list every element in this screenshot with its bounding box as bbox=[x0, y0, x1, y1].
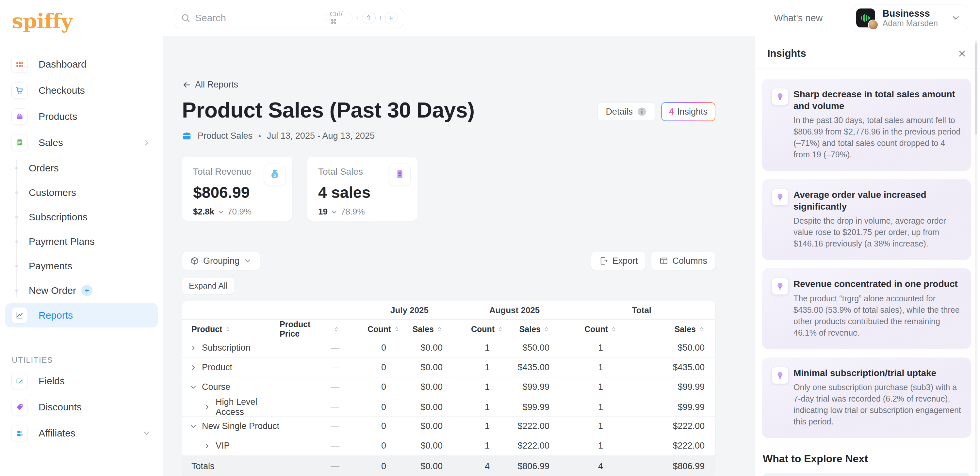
totals-jul-sales: $0.00 bbox=[409, 456, 461, 476]
sidebar-item-payment-plans[interactable]: Payment Plans bbox=[16, 229, 163, 254]
bullet-dot bbox=[15, 191, 18, 194]
grouping-box-icon bbox=[190, 256, 199, 265]
sidebar-item-affiliates[interactable]: Affiliates bbox=[0, 420, 163, 446]
whats-new-link[interactable]: What's new bbox=[774, 13, 822, 24]
totals-total-sales: $806.99 bbox=[633, 456, 715, 476]
sidebar-item-discounts[interactable]: Discounts bbox=[0, 394, 163, 420]
insights-count: 4 bbox=[669, 107, 674, 117]
totals-total-count: 4 bbox=[568, 456, 633, 476]
insight-cards: Sharp decrease in total sales amount and… bbox=[755, 69, 980, 438]
insights-toggle-button[interactable]: 4 Insights bbox=[661, 102, 715, 121]
insight-card: Average order value increased significan… bbox=[762, 179, 971, 260]
sidebar-item-fields[interactable]: Fields bbox=[0, 368, 163, 394]
chevron-right-icon[interactable] bbox=[203, 403, 211, 411]
sidebar-item-reports[interactable]: Reports bbox=[5, 303, 158, 327]
field-pencil-icon bbox=[12, 373, 27, 389]
user-avatar bbox=[868, 20, 878, 30]
column-header-aug-count[interactable]: Count bbox=[461, 320, 513, 338]
sidebar-item-dashboard[interactable]: Dashboard bbox=[0, 51, 163, 78]
row-jul-sales: $0.00 bbox=[409, 436, 461, 455]
table-column-header-row: Product Product Price Count Sales Count … bbox=[182, 320, 715, 338]
grouping-button[interactable]: Grouping bbox=[182, 252, 260, 270]
sidebar-item-subscriptions[interactable]: Subscriptions bbox=[16, 205, 163, 229]
sidebar-item-label: Payment Plans bbox=[29, 236, 95, 247]
sidebar-item-label: Customers bbox=[29, 187, 76, 198]
table-row[interactable]: Course — 0 $0.00 1 $99.99 1 $99.99 bbox=[182, 378, 715, 397]
row-name-cell: Course bbox=[182, 378, 280, 397]
expand-all-button[interactable]: Expand All bbox=[182, 277, 234, 294]
toolbar-right: Export Columns bbox=[591, 252, 715, 270]
column-header-total-count[interactable]: Count bbox=[568, 320, 633, 338]
table-row[interactable]: VIP — 0 $0.00 1 $222.00 1 $222.00 bbox=[182, 436, 715, 456]
scrollbar-thumb[interactable] bbox=[975, 43, 977, 135]
sidebar-item-checkouts[interactable]: Checkouts bbox=[0, 78, 163, 103]
sidebar-item-customers[interactable]: Customers bbox=[16, 180, 163, 205]
chevron-down-icon[interactable] bbox=[189, 422, 197, 430]
column-header-jul-sales[interactable]: Sales bbox=[409, 320, 461, 338]
columns-button[interactable]: Columns bbox=[651, 252, 715, 270]
row-name: Course bbox=[202, 382, 230, 392]
insight-card: Revenue concentrated in one product The … bbox=[762, 268, 971, 349]
column-header-product-price[interactable]: Product Price bbox=[280, 320, 358, 338]
sort-icon bbox=[611, 326, 617, 332]
sales-table: July 2025 August 2025 Total Product Prod… bbox=[182, 301, 715, 476]
row-total-sales: $222.00 bbox=[633, 436, 715, 455]
table-row[interactable]: High Level Access — 0 $0.00 1 $99.99 1 $… bbox=[182, 397, 715, 417]
chevron-right-icon[interactable] bbox=[189, 364, 197, 371]
sidebar-item-payments[interactable]: Payments bbox=[16, 254, 163, 278]
sidebar-item-new-order[interactable]: New Order bbox=[16, 278, 163, 303]
utilities-heading: UTILITIES bbox=[12, 355, 163, 365]
table-totals-row: Totals — 0 $0.00 4 $806.99 4 $806.99 bbox=[182, 456, 715, 476]
trend-down-icon bbox=[331, 208, 338, 216]
sidebar-item-products[interactable]: Products bbox=[0, 103, 163, 130]
chevron-right-icon[interactable] bbox=[189, 344, 197, 352]
sort-icon bbox=[225, 326, 231, 332]
columns-button-label: Columns bbox=[672, 256, 707, 266]
insight-card-text: Minimal subscription/trial uptake Only o… bbox=[794, 367, 962, 428]
sidebar-item-label: New Order bbox=[29, 285, 76, 296]
table-row[interactable]: Product — 0 $0.00 1 $435.00 1 $435.00 bbox=[182, 358, 715, 378]
row-total-count: 1 bbox=[568, 397, 633, 417]
sidebar: spiffy Dashboard Checkouts Products bbox=[0, 0, 163, 476]
sidebar-item-label: Discounts bbox=[38, 401, 82, 413]
account-menu[interactable]: Businesss Adam Marsden bbox=[852, 5, 968, 31]
search-input[interactable] bbox=[195, 13, 321, 24]
row-jul-sales: $0.00 bbox=[409, 417, 461, 436]
sidebar-item-orders[interactable]: Orders bbox=[16, 156, 163, 180]
column-header-label: Count bbox=[368, 325, 391, 334]
chevron-right-icon[interactable] bbox=[203, 442, 211, 450]
sidebar-item-sales[interactable]: Sales bbox=[0, 130, 163, 156]
sidebar-item-label: Subscriptions bbox=[29, 211, 88, 223]
report-title-block: Product Sales (Past 30 Days) Product Sal… bbox=[182, 98, 475, 141]
sales-submenu: Orders Customers Subscriptions Payment P… bbox=[16, 156, 163, 303]
column-header-aug-sales[interactable]: Sales bbox=[513, 320, 568, 338]
column-header-jul-count[interactable]: Count bbox=[358, 320, 409, 338]
details-button[interactable]: Details bbox=[598, 103, 655, 121]
bullet-dot bbox=[15, 289, 18, 292]
chevron-down-icon bbox=[243, 257, 252, 265]
columns-icon bbox=[659, 256, 668, 265]
column-header-product[interactable]: Product bbox=[182, 320, 280, 338]
export-button-label: Export bbox=[612, 256, 638, 266]
sort-icon bbox=[333, 326, 339, 332]
export-button[interactable]: Export bbox=[591, 252, 646, 270]
table-row[interactable]: New Single Product — 0 $0.00 1 $222.00 1… bbox=[182, 417, 715, 436]
insight-title: Revenue concentrated in one product bbox=[794, 278, 962, 290]
date-range: Jul 13, 2025 - Aug 13, 2025 bbox=[267, 131, 375, 141]
table-row[interactable]: Subscription — 0 $0.00 1 $50.00 1 $50.00 bbox=[182, 338, 715, 358]
row-jul-sales: $0.00 bbox=[409, 397, 461, 417]
column-header-total-sales[interactable]: Sales bbox=[633, 320, 715, 338]
chevron-down-icon[interactable] bbox=[189, 383, 197, 391]
expand-row: Expand All bbox=[182, 277, 715, 294]
close-icon[interactable] bbox=[957, 49, 967, 59]
briefcase-icon bbox=[12, 109, 27, 124]
row-price: — bbox=[280, 338, 358, 357]
column-header-label: Count bbox=[584, 325, 608, 334]
breadcrumb[interactable]: All Reports bbox=[182, 80, 715, 90]
sort-icon bbox=[394, 326, 400, 332]
app-logo[interactable]: spiffy bbox=[0, 9, 163, 33]
group-header-total: Total bbox=[568, 301, 715, 319]
account-name: Businesss bbox=[882, 8, 938, 19]
sidebar-nav: Dashboard Checkouts Products Sales bbox=[0, 51, 163, 446]
bullet-dot bbox=[15, 216, 18, 218]
